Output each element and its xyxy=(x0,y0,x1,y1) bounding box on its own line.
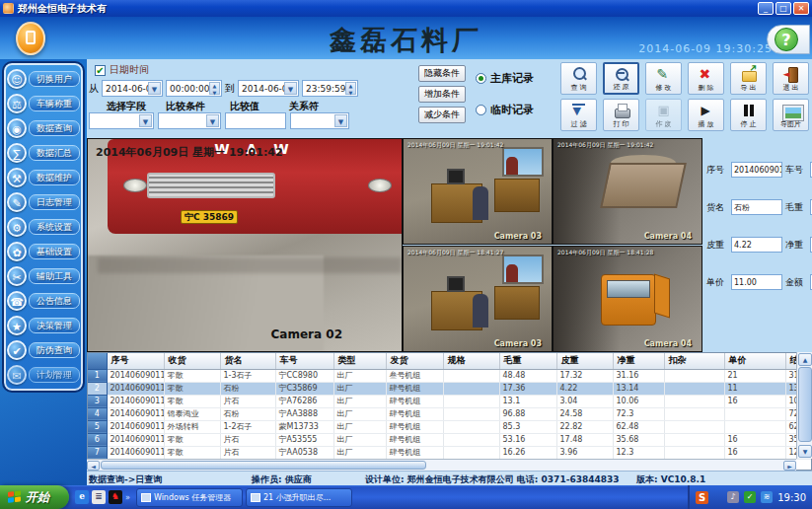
sidebar-item-aux-tools[interactable]: ✂辅助工具 xyxy=(7,264,80,288)
column-header[interactable]: 净重 xyxy=(613,353,664,369)
horizontal-scrollbar[interactable]: ◄ ► xyxy=(87,459,796,471)
to-date-picker[interactable]: 2014-06-09▼ xyxy=(238,80,299,97)
export-button[interactable]: 导 出 xyxy=(730,62,767,95)
chevron-down-icon[interactable]: ▼ xyxy=(334,114,347,127)
sidebar-item-switch-user[interactable]: ☺切换用户 xyxy=(7,67,80,91)
row-number-cell: 7 xyxy=(88,446,107,459)
quick-launch-overflow-icon[interactable]: » xyxy=(125,493,130,502)
security-shield-icon[interactable]: ✓ xyxy=(744,491,756,503)
stop-button[interactable]: 停 止 xyxy=(730,99,767,131)
sidebar-item-basic-settings[interactable]: ✿基础设置 xyxy=(7,240,80,263)
camera-feed-small-4[interactable]: 2014年06月09日 星期一 18:41:28Camera 04 xyxy=(553,246,702,352)
record-field-value[interactable]: 石粉 xyxy=(731,199,782,215)
condition-button[interactable]: 减少条件 xyxy=(418,107,466,123)
column-header[interactable]: 扣杂 xyxy=(664,353,724,369)
network-icon[interactable]: ≋ xyxy=(761,491,773,503)
table-row[interactable]: 32014060901118零散片石宁A76286出厂肆号机组13.13.041… xyxy=(88,395,812,407)
taskbar-task-button[interactable]: Windows 任务管理器 xyxy=(136,488,243,507)
sidebar-item-vehicle-weigh[interactable]: ⚖车辆称重 xyxy=(7,92,80,115)
column-header[interactable]: 收货 xyxy=(164,353,220,369)
table-row[interactable]: 72014060901114零散片石宁AA0538出厂肆号机组16.263.96… xyxy=(88,446,812,459)
close-button[interactable]: ✕ xyxy=(793,2,809,15)
exit-button[interactable]: 退 出 xyxy=(773,62,809,95)
table-row[interactable]: 52014060901116外场转料1-2石子蒙M13733出厂肆号机组85.3… xyxy=(88,420,812,433)
spinner-icon[interactable]: ▲▼ xyxy=(345,82,356,95)
column-header[interactable]: 车号 xyxy=(275,353,333,369)
table-cell: 62.48 xyxy=(613,420,664,433)
vscroll-thumb[interactable] xyxy=(798,367,812,442)
records-table[interactable]: 序号收货货名车号类型发货规格毛重皮重净重扣杂单价结算12014060901120… xyxy=(87,352,812,471)
table-row[interactable]: 12014060901120零散1-3石子宁CC8980出厂叁号机组48.481… xyxy=(88,369,812,382)
sidebar-item-plan-manage[interactable]: ✉计划管理 xyxy=(7,363,80,387)
camera-feed-small-2[interactable]: 2014年06月09日 星期一 19:01:42Camera 04 xyxy=(553,138,702,245)
ie-icon[interactable]: e xyxy=(75,490,89,504)
from-time-spinner[interactable]: 00:00:00▲▼ xyxy=(166,80,222,97)
reset-button[interactable]: 还 原 xyxy=(603,62,639,95)
filter-combo-4[interactable]: ▼ xyxy=(290,112,349,129)
volume-icon[interactable]: ♪ xyxy=(727,491,739,503)
table-row[interactable]: 42014060901117锦泰鸿业石粉宁AA3888出厂肆号机组96.8824… xyxy=(88,407,812,420)
search-button[interactable]: 查 询 xyxy=(560,62,597,95)
scroll-left-icon[interactable]: ◄ xyxy=(87,461,100,471)
radio-temp-records[interactable]: 临时记录 xyxy=(476,101,534,118)
column-header[interactable]: 类型 xyxy=(333,353,386,369)
sidebar-item-data-maintain[interactable]: ⚒数据维护 xyxy=(7,166,80,189)
taskbar-task-button[interactable]: 21 小强升职出尽... xyxy=(246,488,352,507)
record-field-value[interactable]: 4.22 xyxy=(731,237,782,253)
chevron-down-icon[interactable]: ▼ xyxy=(148,82,161,95)
camera-feed-small-3[interactable]: 2014年06月09日 星期一 18:41:27Camera 03 xyxy=(403,246,553,352)
sidebar-item-system-settings[interactable]: ⚙系统设置 xyxy=(7,215,80,239)
column-header[interactable]: 皮重 xyxy=(556,353,613,369)
chevron-down-icon[interactable]: ▼ xyxy=(284,82,297,95)
hscroll-thumb[interactable] xyxy=(101,461,426,470)
vertical-scrollbar[interactable]: ▲ ▼ xyxy=(796,352,812,459)
help-button[interactable]: ? xyxy=(767,25,810,54)
from-date-picker[interactable]: 2014-06-09▼ xyxy=(102,80,163,97)
start-button[interactable]: 开始 xyxy=(0,485,69,509)
table-row[interactable]: 22014060901119零散石粉宁C35869出厂肆号机组17.364.22… xyxy=(88,382,812,395)
sidebar-item-decision-manage[interactable]: ★决策管理 xyxy=(7,314,80,337)
datetime-checkbox[interactable]: ✔ xyxy=(95,65,106,76)
column-header[interactable]: 货名 xyxy=(220,353,275,369)
sogou-tray-icon[interactable]: S xyxy=(696,491,708,504)
chevron-down-icon[interactable]: ▼ xyxy=(139,114,152,127)
to-time-spinner[interactable]: 23:59:59▲▼ xyxy=(302,80,358,97)
condition-button[interactable]: 隐藏条件 xyxy=(418,65,466,82)
print-button[interactable]: 打 印 xyxy=(603,99,639,131)
column-header[interactable]: 毛重 xyxy=(499,353,556,369)
filter-combo-2[interactable]: ▼ xyxy=(158,112,221,129)
chevron-down-icon[interactable]: ▼ xyxy=(206,114,219,127)
column-header[interactable]: 规格 xyxy=(443,353,499,369)
sidebar-item-data-summary[interactable]: ∑数据汇总 xyxy=(7,141,80,165)
image-button[interactable]: 导图片 xyxy=(773,99,809,131)
filter-combo-1[interactable]: ▼ xyxy=(89,112,154,129)
table-row[interactable]: 62014060901115零散片石宁A53555出厂肆号机组53.1617.4… xyxy=(88,433,812,446)
scroll-up-icon[interactable]: ▲ xyxy=(798,353,812,366)
sidebar-item-data-query[interactable]: ◉数据查询 xyxy=(7,116,80,140)
sidebar-item-label: 决策管理 xyxy=(29,318,80,333)
camera-feed-small-1[interactable]: 2014年06月09日 星期一 19:01:42Camera 03 xyxy=(403,138,553,245)
column-header[interactable]: 序号 xyxy=(107,353,164,369)
sidebar-item-log-manage[interactable]: ✎日志管理 xyxy=(7,190,80,214)
record-field-value[interactable]: 2014060901 xyxy=(731,162,782,178)
delete-button[interactable]: 删 除 xyxy=(688,62,724,95)
filter-button[interactable]: 过 滤 xyxy=(560,99,597,131)
record-field-value[interactable]: 11.00 xyxy=(731,274,782,290)
qq-icon[interactable]: ♞ xyxy=(109,490,122,504)
camera-feed-main[interactable]: W A W 宁C 35869 2014年06月09日 星期一 19:01:42 … xyxy=(87,138,403,352)
desktop-icon[interactable]: ≣ xyxy=(92,490,106,504)
sidebar-item-announcements[interactable]: ☎公告信息 xyxy=(7,289,80,313)
condition-button[interactable]: 增加条件 xyxy=(418,86,466,103)
column-header[interactable]: 发货 xyxy=(386,353,443,369)
scroll-down-icon[interactable]: ▼ xyxy=(798,445,812,458)
column-header[interactable]: 单价 xyxy=(724,353,785,369)
scroll-right-icon[interactable]: ► xyxy=(783,461,796,471)
filter-combo-3[interactable] xyxy=(225,112,286,129)
play-button[interactable]: 播 放 xyxy=(688,99,724,131)
edit-button[interactable]: 修 改 xyxy=(645,62,682,95)
spinner-icon[interactable]: ▲▼ xyxy=(209,82,220,95)
minimize-button[interactable]: _ xyxy=(758,2,774,15)
radio-main-records[interactable]: 主库记录 xyxy=(476,69,534,87)
maximize-button[interactable]: □ xyxy=(775,2,791,15)
sidebar-item-anticounterfeit-query[interactable]: ✔防伪查询 xyxy=(7,338,80,362)
